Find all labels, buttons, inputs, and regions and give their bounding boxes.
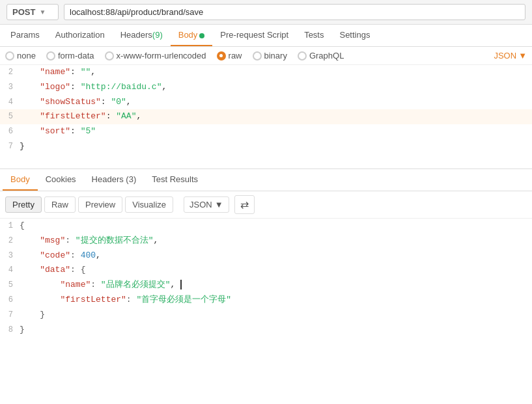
response-json-select[interactable]: JSON ▼: [184, 196, 229, 213]
line-content: "msg": "提交的数据不合法",: [20, 234, 532, 248]
tab-pre-request[interactable]: Pre-request Script: [212, 25, 296, 46]
line-number: 3: [0, 81, 20, 94]
response-tab-test-results[interactable]: Test Results: [144, 169, 206, 191]
radio-graphql: [298, 51, 307, 61]
line-number: 2: [0, 234, 20, 247]
request-code-line: 7}: [0, 139, 532, 154]
response-code-line: 6 "firstLetter": "首字母必须是一个字母": [0, 293, 532, 308]
tab-headers[interactable]: Headers(9): [113, 25, 171, 46]
method-label: POST: [12, 7, 35, 17]
request-code-line: 5 "firstLetter": "AA",: [0, 109, 532, 124]
line-number: 6: [0, 125, 20, 138]
format-preview[interactable]: Preview: [78, 196, 122, 213]
line-number: 4: [0, 96, 20, 109]
url-bar: POST ▼: [0, 0, 532, 25]
line-number: 2: [0, 66, 20, 79]
format-visualize[interactable]: Visualize: [125, 196, 173, 213]
line-number: 3: [0, 249, 20, 262]
body-type-urlencoded[interactable]: x-www-form-urlencoded: [105, 51, 206, 61]
tab-authorization[interactable]: Authorization: [48, 25, 113, 46]
body-type-none[interactable]: none: [5, 51, 36, 61]
response-tab-body[interactable]: Body: [3, 169, 38, 191]
request-tabs: Params Authorization Headers(9) Body Pre…: [0, 25, 532, 47]
line-content: "name": "",: [20, 66, 532, 79]
request-code-line: 2 "name": "",: [0, 65, 532, 80]
response-code-line: 7 }: [0, 308, 532, 323]
response-code-line: 3 "code": 400,: [0, 249, 532, 263]
line-content: "showStatus": "0",: [20, 96, 532, 109]
tab-tests[interactable]: Tests: [296, 25, 331, 46]
json-format-dropdown[interactable]: JSON ▼: [494, 51, 527, 61]
tab-body[interactable]: Body: [171, 25, 213, 46]
body-type-bar: none form-data x-www-form-urlencoded raw…: [0, 47, 532, 65]
request-code-line: 6 "sort": "5": [0, 124, 532, 139]
response-tab-headers[interactable]: Headers (3): [84, 169, 145, 191]
radio-form-data: [46, 51, 55, 61]
response-editor[interactable]: 1{2 "msg": "提交的数据不合法",3 "code": 400,4 "d…: [0, 219, 532, 340]
radio-raw: [217, 51, 226, 61]
radio-binary: [253, 51, 262, 61]
radio-urlencoded: [105, 51, 114, 61]
line-content: {: [20, 219, 532, 233]
line-number: 5: [0, 110, 20, 123]
line-number: 5: [0, 278, 20, 291]
line-content: "firstLetter": "AA",: [20, 110, 532, 124]
body-type-raw[interactable]: raw: [217, 51, 242, 61]
response-code-line: 1{: [0, 219, 532, 234]
line-number: 6: [0, 293, 20, 306]
line-number: 1: [0, 219, 20, 232]
line-content: "logo": "http://baidu.c",: [20, 81, 532, 94]
line-content: "data": {: [20, 263, 532, 277]
response-code-line: 2 "msg": "提交的数据不合法",: [0, 234, 532, 249]
response-code-line: 4 "data": {: [0, 263, 532, 278]
request-code-line: 3 "logo": "http://baidu.c",: [0, 80, 532, 95]
method-dropdown-arrow: ▼: [39, 8, 46, 16]
body-type-graphql[interactable]: GraphQL: [298, 51, 344, 61]
response-tab-cookies[interactable]: Cookies: [38, 169, 84, 191]
line-content: "code": 400,: [20, 249, 532, 263]
request-code-editor[interactable]: 2 "name": "",3 "logo": "http://baidu.c",…: [0, 65, 532, 169]
line-content: "firstLetter": "首字母必须是一个字母": [20, 293, 532, 307]
wrap-button[interactable]: ⇄: [234, 195, 255, 214]
format-pretty[interactable]: Pretty: [5, 196, 42, 213]
format-raw[interactable]: Raw: [44, 196, 76, 213]
response-code-line: 8}: [0, 323, 532, 338]
line-content: }: [20, 308, 532, 322]
url-input[interactable]: [64, 4, 525, 20]
headers-badge: (9): [152, 30, 163, 40]
request-code-line: 4 "showStatus": "0",: [0, 95, 532, 110]
line-number: 7: [0, 140, 20, 153]
body-dot: [199, 33, 204, 38]
line-content: "sort": "5": [20, 125, 532, 139]
radio-none: [5, 51, 14, 61]
line-number: 7: [0, 308, 20, 321]
line-content: }: [20, 140, 532, 154]
body-type-binary[interactable]: binary: [253, 51, 287, 61]
response-tabs: Body Cookies Headers (3) Test Results: [0, 169, 532, 191]
response-section: Body Cookies Headers (3) Test Results Pr…: [0, 169, 532, 340]
line-number: 8: [0, 323, 20, 336]
tab-settings[interactable]: Settings: [331, 25, 378, 46]
line-content: }: [20, 323, 532, 337]
line-content: "name": "品牌名必须提交",: [20, 278, 532, 292]
format-bar: Pretty Raw Preview Visualize JSON ▼ ⇄: [0, 191, 532, 219]
tab-params[interactable]: Params: [3, 25, 48, 46]
line-number: 4: [0, 263, 20, 276]
response-code-line: 5 "name": "品牌名必须提交",: [0, 278, 532, 293]
method-select[interactable]: POST ▼: [7, 4, 59, 20]
body-type-form-data[interactable]: form-data: [46, 51, 94, 61]
